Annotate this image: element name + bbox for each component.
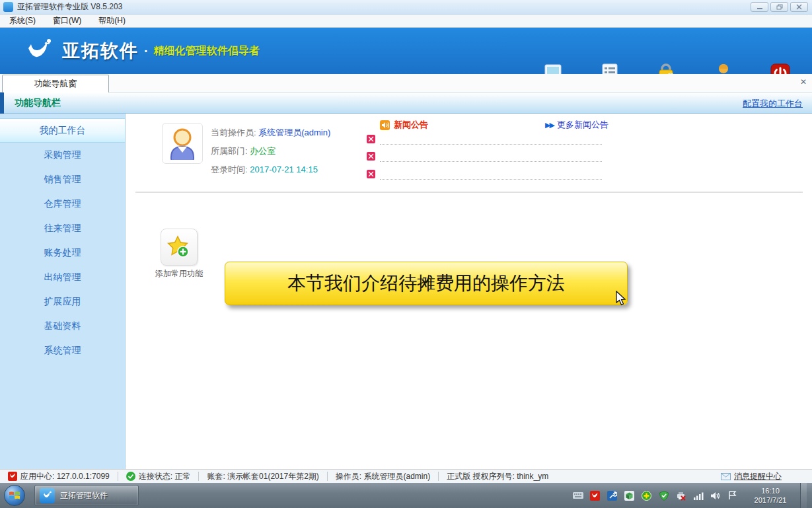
sidebar-item-extensions[interactable]: 扩展应用 — [0, 289, 125, 314]
news-item-placeholder — [380, 144, 602, 145]
login-time-label: 登录时间: — [211, 164, 248, 174]
operator-label: 当前操作员: — [211, 127, 256, 137]
tab-strip: 功能导航窗 ✕ — [0, 74, 812, 92]
operator-value[interactable]: 系统管理员(admin) — [258, 127, 330, 137]
nav-bar-title: 功能导航栏 — [15, 97, 61, 109]
avatar — [162, 123, 203, 164]
sidebar-item-purchase[interactable]: 采购管理 — [0, 143, 125, 167]
taskbar-clock[interactable]: 16:10 2017/7/21 — [747, 486, 794, 505]
status-bar: 应用中心: 127.0.0.1:7099 连接状态: 正常 账套: 演示帐套01… — [0, 469, 812, 483]
yato-logo-icon — [25, 38, 54, 64]
status-license: 正式版 授权序列号: think_ym — [438, 472, 556, 481]
login-time-row: 登录时间: 2017-07-21 14:15 — [211, 164, 318, 176]
sidebar: 我的工作台 采购管理 销售管理 仓库管理 往来管理 账务处理 出纳管理 扩展应用… — [0, 114, 126, 469]
news-title: 新闻公告 — [394, 119, 428, 131]
status-app-center: 应用中心: 127.0.0.1:7099 — [0, 472, 118, 481]
add-favorite-function-label: 添加常用功能 — [146, 268, 212, 279]
minimize-button[interactable] — [751, 2, 768, 12]
title-bar: 亚拓管理软件专业版 V8.5.203 — [0, 0, 812, 15]
mouse-cursor-icon — [616, 291, 627, 307]
sidebar-item-accounting[interactable]: 账务处理 — [0, 240, 125, 265]
login-time-value: 2017-07-21 14:15 — [250, 164, 318, 174]
department-row: 所属部门: 办公室 — [211, 145, 276, 157]
banner-text: 本节我们介绍待摊费用的操作方法 — [287, 271, 565, 296]
news-item-placeholder — [380, 161, 602, 162]
taskbar-app-label: 亚拓管理软件 — [60, 490, 108, 501]
connection-ok-icon — [126, 472, 135, 481]
volume-icon[interactable] — [710, 490, 721, 501]
add-favorite-function-button[interactable] — [161, 229, 198, 266]
antivirus-plus-icon[interactable] — [641, 490, 652, 501]
envelope-icon — [721, 473, 731, 480]
brand-separator: · — [144, 44, 149, 59]
news-header: 新闻公告 — [380, 119, 428, 131]
brand-slogan: 精细化管理软件倡导者 — [154, 44, 260, 58]
news-item[interactable] — [367, 151, 602, 163]
menu-window[interactable]: 窗口(W) — [53, 15, 81, 26]
main-area: 我的工作台 采购管理 销售管理 仓库管理 往来管理 账务处理 出纳管理 扩展应用… — [0, 114, 812, 469]
taskbar-app-button[interactable]: 亚拓管理软件 — [34, 485, 139, 506]
menu-system[interactable]: 系统(S) — [9, 15, 36, 26]
app-header: 亚拓软件 · 精细化管理软件倡导者 我的工作台 — [0, 28, 812, 74]
yato-taskbar-icon — [40, 488, 55, 503]
nav-header-bar: 功能导航栏 配置我的工作台 — [0, 92, 812, 114]
sidebar-item-warehouse[interactable]: 仓库管理 — [0, 192, 125, 216]
app-center-icon — [8, 472, 17, 481]
menu-bar: 系统(S) 窗口(W) 帮助(H) — [0, 15, 812, 28]
tab-function-nav[interactable]: 功能导航窗 — [2, 75, 109, 92]
sidebar-item-system[interactable]: 系统管理 — [0, 338, 125, 363]
sidebar-item-my-workbench[interactable]: 我的工作台 — [0, 118, 125, 143]
news-item-placeholder — [380, 179, 602, 180]
news-bullet-icon — [367, 135, 375, 143]
window-title: 亚拓管理软件专业版 V8.5.203 — [17, 1, 122, 13]
brand: 亚拓软件 · 精细化管理软件倡导者 — [25, 38, 260, 64]
status-operator: 操作员: 系统管理员(admin) — [327, 472, 438, 481]
more-news-link[interactable]: ▶▶ 更多新闻公告 — [545, 119, 609, 131]
status-connection: 连接状态: 正常 — [118, 472, 199, 481]
windows-flag-icon — [9, 490, 20, 501]
message-center-link[interactable]: 消息提醒中心 — [721, 471, 782, 482]
package-icon[interactable] — [624, 490, 635, 501]
tool-icon[interactable] — [607, 490, 618, 501]
yato-tray-icon[interactable] — [589, 490, 601, 501]
keyboard-icon[interactable] — [572, 490, 583, 501]
announcement-icon — [380, 120, 390, 130]
news-bullet-icon — [367, 170, 375, 178]
sidebar-item-base-data[interactable]: 基础资料 — [0, 314, 125, 338]
clock-date: 2017/7/21 — [747, 495, 794, 505]
person-avatar-icon — [166, 127, 199, 160]
news-bullet-icon — [367, 152, 375, 161]
printer-error-icon[interactable] — [675, 490, 686, 501]
action-center-flag-icon[interactable] — [727, 490, 738, 501]
network-signal-icon[interactable] — [692, 490, 704, 501]
tutorial-banner: 本节我们介绍待摊费用的操作方法 — [225, 262, 628, 305]
workspace-content: 当前操作员: 系统管理员(admin) 所属部门: 办公室 登录时间: 2017… — [126, 114, 812, 469]
app-logo-icon — [3, 2, 13, 12]
news-item[interactable] — [367, 134, 602, 146]
shield-icon[interactable] — [658, 490, 669, 501]
star-plus-icon — [166, 235, 192, 260]
section-divider — [135, 192, 803, 193]
accent-bar — [0, 92, 4, 114]
restore-button[interactable] — [770, 2, 788, 12]
configure-workbench-link[interactable]: 配置我的工作台 — [743, 98, 803, 110]
brand-name: 亚拓软件 — [62, 39, 139, 63]
tab-close-icon[interactable]: ✕ — [799, 77, 808, 87]
double-arrow-icon: ▶▶ — [545, 121, 554, 129]
sidebar-item-cashier[interactable]: 出纳管理 — [0, 265, 125, 289]
show-desktop-button[interactable] — [800, 483, 807, 508]
status-account-set: 账套: 演示帐套01(2017年第2期) — [198, 472, 326, 481]
department-label: 所属部门: — [211, 146, 248, 156]
close-button[interactable] — [790, 2, 808, 12]
sidebar-item-contacts[interactable]: 往来管理 — [0, 216, 125, 240]
news-item[interactable] — [367, 169, 602, 181]
system-tray: 16:10 2017/7/21 — [572, 483, 812, 508]
menu-help[interactable]: 帮助(H) — [98, 15, 126, 26]
taskbar: 亚拓管理软件 16:10 — [0, 483, 812, 508]
clock-time: 16:10 — [747, 486, 794, 495]
operator-row: 当前操作员: 系统管理员(admin) — [211, 127, 330, 139]
sidebar-item-sales[interactable]: 销售管理 — [0, 167, 125, 192]
department-value: 办公室 — [250, 146, 276, 156]
start-button[interactable] — [4, 485, 25, 506]
